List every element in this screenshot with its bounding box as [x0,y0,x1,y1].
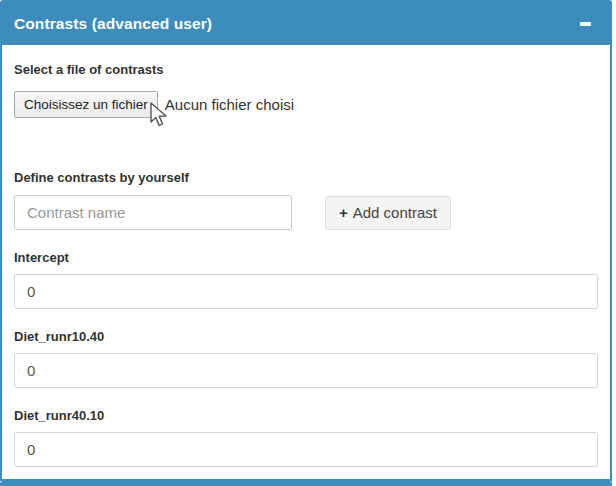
add-contrast-button[interactable]: + Add contrast [325,196,451,230]
diet-runr10-40-input[interactable] [14,353,598,388]
file-section-label: Select a file of contrasts [14,62,598,77]
contrasts-panel: Contrasts (advanced user) Select a file … [0,0,612,481]
contrast-name-input[interactable] [14,195,292,230]
define-row: + Add contrast [14,195,598,230]
file-input-row: Choisissez un fichier Aucun fichier choi… [14,91,598,118]
next-panel-header[interactable] [0,481,612,486]
coefficient-label: Diet_runr10.40 [14,329,598,344]
define-section-label: Define contrasts by yourself [14,170,598,185]
coefficient-group-intercept: Intercept [14,250,598,309]
plus-icon: + [339,204,348,221]
choose-file-button[interactable]: Choisissez un fichier [14,91,158,118]
intercept-input[interactable] [14,274,598,309]
file-status-text: Aucun fichier choisi [165,96,294,113]
coefficient-group-diet-runr40-10: Diet_runr40.10 [14,408,598,467]
panel-body: Select a file of contrasts Choisissez un… [2,45,610,467]
panel-title: Contrasts (advanced user) [14,15,212,33]
coefficient-label: Diet_runr40.10 [14,408,598,423]
add-contrast-button-label: Add contrast [353,204,437,221]
coefficient-label: Intercept [14,250,598,265]
define-section: Define contrasts by yourself + Add contr… [14,170,598,230]
panel-header: Contrasts (advanced user) [2,2,610,45]
coefficient-group-diet-runr10-40: Diet_runr10.40 [14,329,598,388]
minus-icon [580,22,591,26]
collapse-button[interactable] [576,15,594,33]
diet-runr40-10-input[interactable] [14,432,598,467]
